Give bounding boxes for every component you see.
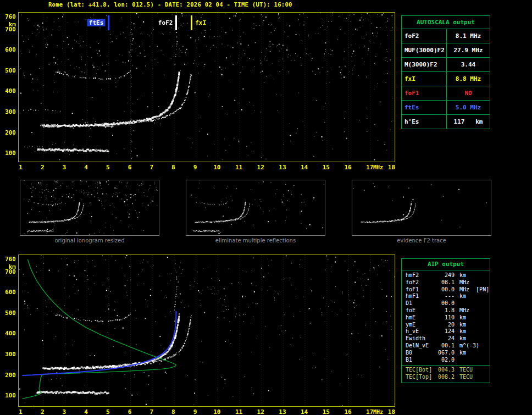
- aip-row-nm: B0: [402, 350, 431, 357]
- y-axis-unit: km: [1, 21, 16, 28]
- aip-row-unit: m^(-3): [455, 342, 490, 350]
- x-axis-tick: 16: [342, 164, 353, 171]
- fxI-marker-line: [191, 15, 192, 30]
- x-axis-tick: 5: [102, 164, 113, 171]
- x-axis-tick: 6: [124, 164, 135, 171]
- aip-row: DelN_vE00.1m^(-3): [402, 342, 490, 350]
- top-ionogram-canvas: [19, 13, 395, 162]
- aip-row: B102.0: [402, 357, 490, 364]
- aip-row-val: 004.3: [431, 367, 455, 374]
- bottom-ionogram-panel: [18, 254, 395, 407]
- y-axis-tick: 760: [1, 13, 16, 20]
- autoscala-row-label: h'Es: [402, 115, 447, 129]
- bottom-ionogram-canvas: [19, 255, 395, 406]
- y-axis-tick: 600: [1, 46, 16, 53]
- x-axis-tick: 7: [146, 164, 157, 171]
- autoscala-row-value: 27.9 MHz: [447, 43, 490, 57]
- thumbnail-original-canvas: [20, 180, 159, 235]
- aip-row-nm: hmE: [402, 314, 431, 322]
- aip-row-unit: km: [455, 293, 490, 300]
- aip-row-val: 249: [431, 272, 455, 279]
- autoscala-row-label: fxI: [402, 72, 447, 86]
- x-axis-tick: 14: [299, 408, 310, 415]
- aip-row-val: 08.1: [431, 279, 455, 286]
- ftEs-marker-line: [108, 15, 109, 30]
- aip-row-unit: km: [455, 328, 490, 335]
- aip-row-unit: TECU: [455, 367, 490, 374]
- thumbnail-eliminate-reflections-canvas: [186, 180, 325, 235]
- x-axis-unit: MHz: [373, 164, 383, 170]
- x-axis-tick: 3: [59, 408, 70, 415]
- thumbnail-caption-f2: evidence F2 trace: [352, 237, 491, 244]
- aip-row: foE1.8MHz: [402, 307, 490, 314]
- aip-row-nm: hmF2: [402, 272, 431, 279]
- thumbnail-eliminate-reflections: [186, 180, 325, 236]
- aip-row-unit: km: [455, 314, 490, 322]
- aip-row-val: 24: [431, 335, 455, 342]
- y-axis-tick: 760: [1, 256, 16, 263]
- autoscala-row-value: 8.1 MHz: [447, 29, 490, 43]
- autoscala-row: foF28.1 MHz: [402, 29, 490, 43]
- x-axis-tick: 2: [37, 164, 48, 171]
- aip-row-nm: TEC[Top]: [402, 374, 431, 381]
- aip-row-unit: TECU: [455, 374, 490, 381]
- autoscala-row: foF1NO: [402, 86, 490, 101]
- autoscala-row: MUF(3000)F227.9 MHz: [402, 43, 490, 58]
- x-axis-tick: 12: [255, 164, 266, 171]
- x-axis-tick: 8: [168, 164, 179, 171]
- aip-row: hmF1---km: [402, 293, 490, 300]
- fxI-marker-label: fxI: [195, 19, 206, 26]
- x-axis-tick: 8: [168, 408, 179, 415]
- aip-row: Ewidth24km: [402, 335, 490, 342]
- aip-row-nm: TEC[Bot]: [402, 367, 431, 374]
- aip-tec-rows: TEC[Bot]004.3TECUTEC[Top]008.2TECU: [402, 367, 490, 381]
- y-axis-tick: 300: [1, 108, 16, 115]
- autoscala-row: fxI8.8 MHz: [402, 72, 490, 86]
- x-axis-tick: 12: [255, 408, 266, 415]
- autoscala-row: M(3000)F23.44: [402, 58, 490, 72]
- aip-row-unit: [455, 300, 490, 307]
- autoscala-table-rows: foF28.1 MHzMUF(3000)F227.9 MHzM(3000)F23…: [402, 29, 490, 129]
- x-axis-tick: 5: [102, 408, 113, 415]
- aip-row: D100.0: [402, 300, 490, 307]
- aip-row-nm: DelN_vE: [402, 342, 431, 350]
- y-axis-tick: 500: [1, 67, 16, 74]
- foF2-marker-line: [175, 15, 177, 30]
- aip-row-unit: km: [455, 335, 490, 342]
- x-axis-tick: 10: [212, 408, 223, 415]
- aip-row-nm: foF1: [402, 286, 431, 294]
- x-axis-tick: 1: [15, 408, 26, 415]
- x-axis-tick: 1: [15, 164, 26, 171]
- top-ionogram-panel: ftEsfoF2fxI: [18, 12, 395, 162]
- aip-table-rows: hmF2249kmfoF208.1MHzfoF100.0MHz [PN]hmF1…: [402, 272, 490, 363]
- autoscala-row-value: 8.8 MHz: [447, 72, 490, 86]
- autoscala-row-value: NO: [447, 86, 490, 100]
- autoscala-row-label: M(3000)F2: [402, 58, 447, 71]
- x-axis-tick: 10: [212, 164, 223, 171]
- thumbnail-caption-original: original ionogram resized: [20, 237, 159, 244]
- station-title: Rome (lat: +41.8, lon: 012.5) - DATE: 20…: [48, 1, 292, 8]
- aip-row-val: 067.0: [431, 350, 455, 357]
- aip-row-nm: foE: [402, 307, 431, 314]
- thumbnail-f2-trace-canvas: [352, 180, 491, 235]
- x-axis-tick: 9: [190, 164, 201, 171]
- aip-row-nm: h_vE: [402, 328, 431, 335]
- y-axis-unit: km: [1, 263, 16, 270]
- aip-row-unit: MHz: [455, 279, 490, 286]
- aip-row: ymE20km: [402, 322, 490, 329]
- aip-row-nm: Ewidth: [402, 335, 431, 342]
- aip-row-nm: ymE: [402, 322, 431, 329]
- x-axis-tick: 13: [277, 408, 288, 415]
- x-axis-tick: 15: [320, 408, 331, 415]
- aip-row: foF100.0MHz [PN]: [402, 286, 490, 294]
- aip-row: hmF2249km: [402, 272, 490, 279]
- autoscala-output-table: AUTOSCALA output foF28.1 MHzMUF(3000)F22…: [401, 15, 490, 129]
- x-axis-tick: 14: [299, 164, 310, 171]
- aip-row-val: 00.0: [431, 286, 455, 294]
- autoscala-table-header: AUTOSCALA output: [402, 16, 490, 29]
- aip-row-nm: B1: [402, 357, 431, 364]
- aip-row-val: 110: [431, 314, 455, 322]
- aip-row-val: 00.1: [431, 342, 455, 350]
- autoscala-row-label: MUF(3000)F2: [402, 43, 447, 57]
- x-axis-tick: 3: [59, 164, 70, 171]
